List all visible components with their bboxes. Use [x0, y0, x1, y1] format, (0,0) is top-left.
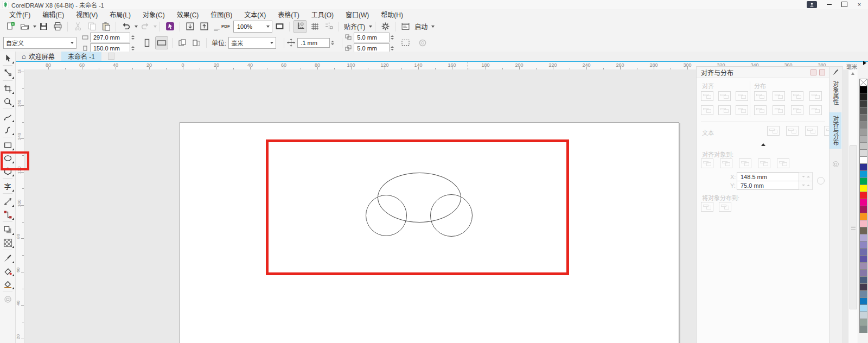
crop-flyout-icon[interactable]: [12, 92, 14, 94]
duplicate-y-stepper[interactable]: [391, 46, 394, 50]
eyedropper-flyout-icon[interactable]: [12, 261, 14, 263]
new-document-button[interactable]: [4, 21, 16, 33]
interactive-fill-tool[interactable]: [0, 264, 15, 277]
menu-item-0[interactable]: 文件(F): [3, 9, 36, 20]
page-preset-combo[interactable]: 自定义: [3, 37, 76, 49]
launch-caret[interactable]: [431, 26, 435, 28]
tab-welcome[interactable]: ⌂ 欢迎屏幕: [15, 52, 61, 61]
color-swatch-32[interactable]: [859, 304, 867, 312]
zoom-level-input[interactable]: [236, 23, 265, 30]
menu-item-9[interactable]: 工具(O): [305, 9, 340, 20]
color-swatch-26[interactable]: [859, 262, 867, 270]
vertical-scrollbar[interactable]: [848, 69, 858, 343]
connector-flyout-icon[interactable]: [12, 218, 14, 220]
color-swatch-15[interactable]: [859, 185, 867, 192]
color-swatch-28[interactable]: [859, 276, 867, 284]
text-tool[interactable]: 字: [0, 180, 15, 193]
page-height-input[interactable]: [92, 45, 128, 52]
docker-tab-object-properties[interactable]: 对象属性: [829, 78, 841, 108]
color-swatch-10[interactable]: [859, 149, 867, 157]
no-color-swatch[interactable]: [859, 79, 867, 86]
menu-item-7[interactable]: 文本(X): [238, 9, 272, 20]
duplicate-x-stepper[interactable]: [391, 35, 394, 40]
color-swatch-14[interactable]: [859, 177, 867, 185]
menu-item-5[interactable]: 效果(C): [171, 9, 205, 20]
x-field-input[interactable]: [739, 173, 799, 181]
color-swatch-8[interactable]: [859, 135, 867, 143]
color-swatch-18[interactable]: [859, 206, 867, 213]
dimension-flyout-icon[interactable]: [12, 205, 14, 207]
color-swatch-30[interactable]: [859, 290, 867, 298]
freehand-tool[interactable]: [0, 110, 15, 123]
color-swatch-17[interactable]: [859, 199, 867, 206]
open-dropdown-caret[interactable]: [33, 26, 36, 28]
color-swatch-13[interactable]: [859, 170, 867, 178]
color-swatch-20[interactable]: [859, 220, 867, 227]
page-height-stepper[interactable]: [131, 46, 135, 50]
full-screen-preview-button[interactable]: [273, 21, 285, 33]
docker-pin-icon[interactable]: [829, 158, 841, 169]
eyedropper-docker-icon[interactable]: [829, 67, 841, 78]
snap-to-label[interactable]: 贴齐(T): [344, 22, 365, 31]
color-swatch-19[interactable]: [859, 213, 867, 220]
options-button[interactable]: [379, 21, 391, 33]
shape-tool[interactable]: [0, 67, 15, 80]
import-button[interactable]: [184, 21, 196, 33]
color-swatch-24[interactable]: [859, 248, 867, 256]
pick-flyout-icon[interactable]: [12, 61, 14, 63]
menu-item-11[interactable]: 帮助(H): [375, 9, 409, 20]
color-swatch-21[interactable]: [859, 227, 867, 234]
nudge-stepper[interactable]: [331, 41, 334, 45]
color-swatch-33[interactable]: [859, 312, 867, 319]
drop-shadow-tool[interactable]: [0, 223, 15, 236]
search-content-button[interactable]: [164, 21, 176, 33]
smart-fill-tool[interactable]: [0, 277, 15, 290]
undo-button[interactable]: [120, 21, 132, 33]
current-page-button[interactable]: [190, 37, 202, 49]
show-guidelines-button[interactable]: [323, 21, 335, 33]
menu-item-1[interactable]: 编辑(E): [36, 9, 70, 20]
snap-to-caret[interactable]: [369, 26, 372, 28]
color-swatch-23[interactable]: [859, 241, 867, 249]
maximize-button[interactable]: [837, 1, 852, 9]
menu-item-10[interactable]: 窗口(W): [340, 9, 375, 20]
launch-label[interactable]: 启动: [414, 22, 427, 31]
color-swatch-16[interactable]: [859, 192, 867, 199]
zoom-flyout-icon[interactable]: [12, 105, 14, 107]
preset-caret[interactable]: [71, 42, 74, 44]
menu-item-4[interactable]: 对象(C): [137, 9, 171, 20]
menu-item-8[interactable]: 表格(T): [272, 9, 305, 20]
menu-item-6[interactable]: 位图(B): [205, 9, 238, 20]
shape-flyout-icon[interactable]: [12, 77, 14, 79]
units-combo[interactable]: 毫米: [228, 37, 276, 49]
undo-dropdown-caret[interactable]: [135, 26, 138, 28]
interactive-fill-flyout-icon[interactable]: [12, 274, 14, 276]
page-width-input[interactable]: [92, 34, 128, 41]
pick-tool[interactable]: [0, 52, 15, 65]
color-swatch-9[interactable]: [859, 142, 867, 150]
transparency-tool[interactable]: [0, 236, 15, 249]
color-swatch-5[interactable]: [859, 114, 867, 122]
color-swatch-3[interactable]: [859, 100, 867, 107]
docker-close-icon[interactable]: [819, 69, 825, 75]
treat-as-filled-button[interactable]: [399, 37, 411, 49]
account-icon[interactable]: [807, 1, 817, 8]
new-tab-icon[interactable]: [108, 53, 114, 60]
ruler-origin-corner[interactable]: [15, 62, 24, 70]
duplicate-y-input[interactable]: [356, 45, 387, 52]
page-width-stepper[interactable]: [131, 35, 135, 40]
show-rulers-button[interactable]: [293, 20, 307, 33]
transparency-flyout-icon[interactable]: [12, 246, 14, 248]
color-swatch-7[interactable]: [859, 128, 867, 136]
eyedropper-tool[interactable]: [0, 251, 15, 264]
color-swatch-29[interactable]: [859, 283, 867, 291]
color-swatch-6[interactable]: [859, 121, 867, 129]
zoom-tool[interactable]: [0, 95, 15, 108]
color-swatch-11[interactable]: [859, 156, 867, 164]
nudge-offset-input[interactable]: [299, 39, 328, 47]
scrollbar-up-icon[interactable]: [851, 72, 854, 75]
show-grid-button[interactable]: [309, 21, 321, 33]
rectangle-flyout-icon[interactable]: [12, 148, 14, 150]
artistic-media-tool[interactable]: [0, 123, 15, 136]
units-caret[interactable]: [270, 42, 273, 44]
